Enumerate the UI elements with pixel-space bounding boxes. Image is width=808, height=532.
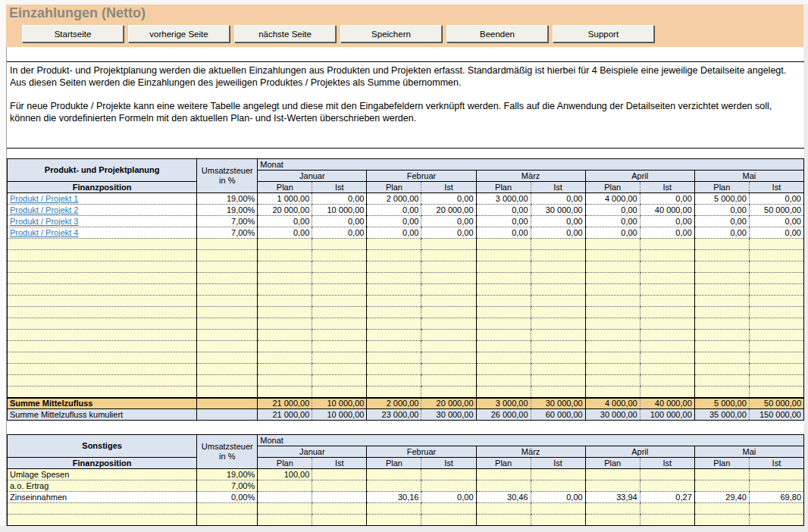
empty-value-cell[interactable]: [640, 364, 694, 375]
empty-value-cell[interactable]: [421, 307, 476, 318]
empty-value-cell[interactable]: [749, 296, 803, 307]
empty-value-cell[interactable]: [476, 341, 531, 352]
ist-value-cell[interactable]: 10 000,00: [312, 205, 367, 216]
empty-value-cell[interactable]: [640, 330, 694, 341]
empty-label-cell[interactable]: [8, 284, 197, 296]
empty-value-cell[interactable]: [258, 503, 312, 515]
empty-value-cell[interactable]: [640, 318, 694, 330]
empty-value-cell[interactable]: [421, 515, 476, 526]
empty-value-cell[interactable]: [585, 296, 640, 307]
empty-value-cell[interactable]: [585, 341, 640, 352]
empty-value-cell[interactable]: [749, 261, 803, 273]
toolbar-button-6[interactable]: Support: [553, 25, 654, 42]
empty-value-cell[interactable]: [640, 307, 694, 318]
empty-value-cell[interactable]: [476, 261, 531, 273]
empty-value-cell[interactable]: [367, 515, 421, 526]
plan-value-cell[interactable]: 4 000,00: [585, 193, 640, 205]
empty-value-cell[interactable]: [585, 250, 640, 261]
ist-value-cell[interactable]: [640, 469, 694, 480]
empty-tax-cell[interactable]: [197, 284, 258, 296]
empty-value-cell[interactable]: [258, 239, 312, 250]
empty-label-cell[interactable]: [8, 341, 197, 352]
empty-value-cell[interactable]: [421, 352, 476, 364]
empty-value-cell[interactable]: [476, 307, 531, 318]
empty-value-cell[interactable]: [312, 364, 367, 375]
empty-value-cell[interactable]: [749, 330, 803, 341]
ist-value-cell[interactable]: [749, 469, 803, 480]
empty-value-cell[interactable]: [367, 273, 421, 284]
empty-value-cell[interactable]: [421, 364, 476, 375]
ist-value-cell[interactable]: 0,00: [531, 216, 585, 227]
empty-value-cell[interactable]: [476, 503, 531, 515]
empty-value-cell[interactable]: [421, 503, 476, 515]
empty-value-cell[interactable]: [694, 386, 749, 398]
empty-label-cell[interactable]: [8, 503, 197, 515]
empty-value-cell[interactable]: [694, 341, 749, 352]
empty-value-cell[interactable]: [312, 503, 367, 515]
empty-value-cell[interactable]: [531, 261, 585, 273]
empty-value-cell[interactable]: [531, 341, 585, 352]
plan-value-cell[interactable]: [476, 480, 531, 492]
empty-value-cell[interactable]: [258, 273, 312, 284]
plan-value-cell[interactable]: 2 000,00: [367, 193, 421, 205]
empty-value-cell[interactable]: [367, 503, 421, 515]
ist-value-cell[interactable]: 0,00: [421, 227, 476, 239]
plan-value-cell[interactable]: 0,00: [476, 205, 531, 216]
empty-tax-cell[interactable]: [197, 352, 258, 364]
empty-label-cell[interactable]: [8, 318, 197, 330]
plan-value-cell[interactable]: 0,00: [367, 227, 421, 239]
row-label-cell[interactable]: a.o. Ertrag: [8, 480, 197, 492]
empty-value-cell[interactable]: [531, 364, 585, 375]
empty-value-cell[interactable]: [585, 352, 640, 364]
ist-value-cell[interactable]: 0,00: [312, 227, 367, 239]
plan-value-cell[interactable]: 0,00: [367, 216, 421, 227]
empty-value-cell[interactable]: [312, 250, 367, 261]
ist-value-cell[interactable]: [749, 480, 803, 492]
empty-value-cell[interactable]: [367, 330, 421, 341]
plan-value-cell[interactable]: 0,00: [585, 227, 640, 239]
tax-cell[interactable]: 19,00%: [197, 469, 258, 480]
ist-value-cell[interactable]: 30 000,00: [531, 205, 585, 216]
ist-value-cell[interactable]: [312, 469, 367, 480]
empty-value-cell[interactable]: [421, 239, 476, 250]
empty-value-cell[interactable]: [585, 375, 640, 386]
empty-value-cell[interactable]: [694, 503, 749, 515]
empty-value-cell[interactable]: [421, 250, 476, 261]
empty-tax-cell[interactable]: [197, 386, 258, 398]
row-label-cell[interactable]: Produkt / Projekt 2: [8, 205, 197, 216]
empty-tax-cell[interactable]: [197, 341, 258, 352]
empty-value-cell[interactable]: [585, 364, 640, 375]
plan-value-cell[interactable]: 0,00: [694, 227, 749, 239]
plan-value-cell[interactable]: 33,94: [585, 492, 640, 503]
ist-value-cell[interactable]: [531, 480, 585, 492]
plan-value-cell[interactable]: [367, 480, 421, 492]
empty-value-cell[interactable]: [749, 273, 803, 284]
row-label-cell[interactable]: Produkt / Projekt 1: [8, 193, 197, 205]
empty-value-cell[interactable]: [476, 250, 531, 261]
empty-value-cell[interactable]: [531, 307, 585, 318]
ist-value-cell[interactable]: 0,00: [749, 216, 803, 227]
empty-value-cell[interactable]: [694, 261, 749, 273]
empty-tax-cell[interactable]: [197, 273, 258, 284]
empty-value-cell[interactable]: [367, 250, 421, 261]
empty-value-cell[interactable]: [585, 503, 640, 515]
plan-value-cell[interactable]: 30,16: [367, 492, 421, 503]
empty-value-cell[interactable]: [258, 341, 312, 352]
empty-label-cell[interactable]: [8, 239, 197, 250]
tax-cell[interactable]: 7,00%: [197, 480, 258, 492]
plan-value-cell[interactable]: [694, 480, 749, 492]
empty-value-cell[interactable]: [421, 273, 476, 284]
empty-value-cell[interactable]: [312, 318, 367, 330]
plan-value-cell[interactable]: [694, 469, 749, 480]
empty-value-cell[interactable]: [640, 341, 694, 352]
empty-tax-cell[interactable]: [197, 330, 258, 341]
empty-value-cell[interactable]: [749, 284, 803, 296]
empty-value-cell[interactable]: [531, 296, 585, 307]
empty-value-cell[interactable]: [585, 273, 640, 284]
ist-value-cell[interactable]: 0,00: [749, 227, 803, 239]
plan-value-cell[interactable]: 0,00: [694, 205, 749, 216]
empty-value-cell[interactable]: [258, 375, 312, 386]
row-label-cell[interactable]: Umlage Spesen: [8, 469, 197, 480]
ist-value-cell[interactable]: [640, 480, 694, 492]
empty-value-cell[interactable]: [476, 330, 531, 341]
